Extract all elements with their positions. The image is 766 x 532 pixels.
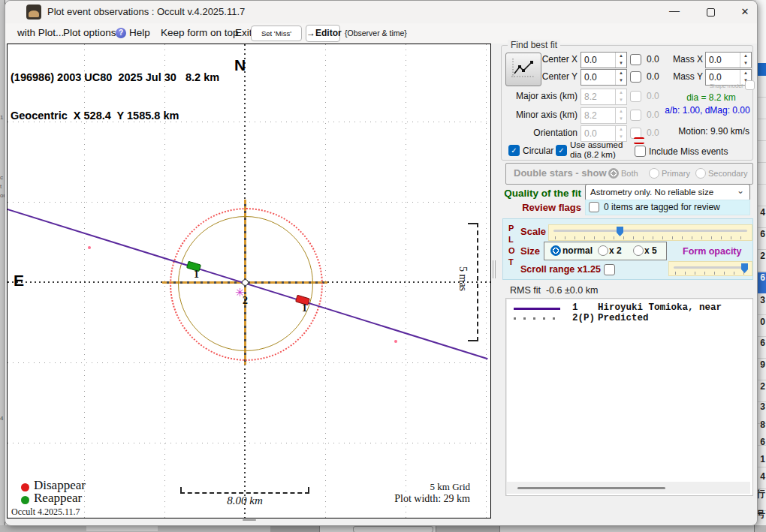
miss-line-icon xyxy=(634,137,644,144)
event-dot xyxy=(394,340,397,343)
spin-arrows-icon[interactable]: ▲▼ xyxy=(740,53,751,68)
plot-word-p: P xyxy=(508,224,514,233)
disappear-legend-dot xyxy=(21,483,29,491)
scale-slider[interactable] xyxy=(548,224,752,241)
observer-listbox[interactable]: 1 Hiroyuki Tomioka, near 2(P) Predicted xyxy=(505,298,753,496)
scale-slider-ticks xyxy=(555,236,746,239)
major-axis-spinner[interactable]: 8.2 ▲▼ xyxy=(581,89,627,105)
size-x5-radio[interactable] xyxy=(633,245,644,256)
center-marker xyxy=(242,279,249,286)
scale-label: Scale xyxy=(520,226,546,237)
double-stars-title: Double stars - show xyxy=(514,167,607,179)
scrollbar-thumb[interactable] xyxy=(517,487,665,489)
circular-checkbox[interactable]: ✓ xyxy=(508,145,520,156)
double-stars-secondary-label: Secondary xyxy=(708,169,748,178)
double-stars-primary-radio[interactable] xyxy=(649,168,659,179)
orientation-spinner[interactable]: 0.0 ▲▼ xyxy=(581,125,627,142)
observer-name: Predicted xyxy=(598,313,649,323)
scale-slider-groove xyxy=(553,230,747,232)
horizontal-scrollbar[interactable] xyxy=(507,482,750,494)
double-stars-both-radio[interactable] xyxy=(608,168,619,179)
minor-axis-value: 8.2 xyxy=(584,110,597,121)
center-x-value: 0.0 xyxy=(584,55,597,65)
mass-x-label: Mass X xyxy=(643,54,703,65)
shape-model-checkbox[interactable] xyxy=(745,80,755,90)
observer-number: 1 xyxy=(572,302,578,313)
spin-arrows-icon: ▲▼ xyxy=(615,108,626,123)
check-icon: ✓ xyxy=(558,146,564,155)
mas-bracket xyxy=(477,223,478,341)
mas-scale-label: 5 mas xyxy=(457,266,469,291)
resize-grip[interactable] xyxy=(243,519,256,521)
size-label: Size xyxy=(520,245,540,257)
splitter-grip[interactable] xyxy=(493,260,496,278)
use-assumed-label-line1: Use assumed xyxy=(570,140,623,150)
taskbar-strip xyxy=(0,525,766,532)
minor-axis-spinner[interactable]: 8.2 ▲▼ xyxy=(581,107,627,124)
mass-x-spinner[interactable]: 0.0 ▲▼ xyxy=(705,52,752,68)
check-icon: ✓ xyxy=(511,146,517,155)
observer-name: Hiroyuki Tomioka, near xyxy=(598,302,722,313)
review-flags-checkbox[interactable] xyxy=(589,202,599,212)
menu-exit[interactable]: Exit xyxy=(235,27,252,38)
plot-controls-panel: P L O T Scale Size normal x 2 x 5 Form o… xyxy=(502,218,753,280)
circular-label: Circular xyxy=(523,146,553,156)
scale-bar xyxy=(180,492,309,494)
maximize-icon xyxy=(707,8,715,17)
predicted-marker-label: 2 xyxy=(243,295,248,307)
window-title: Plot event observations : Occult v.4.202… xyxy=(47,6,245,17)
use-assumed-label-line2: dia (8.2 km) xyxy=(570,150,623,160)
plot-word-t: T xyxy=(508,257,514,266)
menubar: with Plot... Plot options... ? Help Keep… xyxy=(5,23,757,44)
maximize-button[interactable] xyxy=(698,5,723,19)
menu-keep-on-top[interactable]: Keep form on top xyxy=(161,27,239,38)
occult-plot-window: Plot event observations : Occult v.4.202… xyxy=(5,0,758,526)
spin-arrows-icon: ▲▼ xyxy=(615,89,626,104)
taskbar-segment xyxy=(270,525,319,532)
center-y-spinner[interactable]: 0.0 ▲▼ xyxy=(581,69,627,86)
menu-observer-time[interactable]: {Observer & time} xyxy=(345,29,407,38)
orientation-value: 0.0 xyxy=(584,128,597,139)
set-miss-times-button[interactable]: Set 'Miss' Times xyxy=(251,26,302,41)
plot-canvas[interactable]: 1 1 ✳ 2 (196986) 2003 UC80 2025 Jul 30 8… xyxy=(7,44,491,518)
center-x-spinner[interactable]: 0.0 ▲▼ xyxy=(581,52,627,68)
dia-text: dia = 8.2 km xyxy=(670,92,752,103)
menu-with-plot[interactable]: with Plot... xyxy=(17,27,64,38)
reappear-marker-label: 1 xyxy=(194,269,199,281)
spin-arrows-icon[interactable]: ▲▼ xyxy=(615,70,626,85)
center-x-fit-checkbox[interactable] xyxy=(630,54,641,65)
mass-x-value: 0.0 xyxy=(709,55,722,65)
major-axis-fit-checkbox[interactable] xyxy=(630,91,641,102)
plot-word-o: O xyxy=(508,246,515,255)
titlebar[interactable]: Plot event observations : Occult v.4.202… xyxy=(5,1,757,23)
form-opacity-slider[interactable] xyxy=(668,261,752,276)
plot-header-line2: Geocentric X 528.4 Y 1585.8 km xyxy=(11,110,219,122)
major-axis-label: Major axis (km) xyxy=(502,91,578,101)
help-icon: ? xyxy=(116,28,126,38)
form-opacity-groove xyxy=(674,266,747,269)
review-flags-label: Review flags xyxy=(501,202,581,213)
plot-header-line1: (196986) 2003 UC80 2025 Jul 30 8.2 km xyxy=(11,71,219,84)
minimize-button[interactable]: — xyxy=(662,5,687,19)
include-miss-checkbox[interactable] xyxy=(635,146,646,157)
spin-arrows-icon: ▲▼ xyxy=(615,126,626,141)
center-y-fit-checkbox[interactable] xyxy=(630,71,641,83)
size-x2-radio[interactable] xyxy=(598,245,608,256)
double-stars-secondary-radio[interactable] xyxy=(695,168,706,179)
editor-button[interactable]: →Editor xyxy=(306,25,340,42)
form-opacity-label: Form opacity xyxy=(683,246,742,257)
use-assumed-checkbox[interactable]: ✓ xyxy=(556,145,567,156)
orientation-fit-value: 0.0 xyxy=(647,128,659,138)
minor-axis-fit-checkbox[interactable] xyxy=(630,110,641,121)
scroll-range-checkbox[interactable] xyxy=(604,264,615,275)
taskbar-segment xyxy=(499,525,755,532)
spin-arrows-icon[interactable]: ▲▼ xyxy=(615,53,626,68)
quality-value: Astrometry only. No reliable size xyxy=(590,188,713,197)
find-best-fit-title: Find best fit xyxy=(508,40,560,50)
menu-help[interactable]: Help xyxy=(129,27,150,38)
size-normal-radio[interactable] xyxy=(550,245,561,256)
center-y-label: Center Y xyxy=(502,71,578,82)
scale-slider-thumb[interactable] xyxy=(617,227,623,236)
quality-combobox[interactable]: Astrometry only. No reliable size ⌄ xyxy=(585,184,750,201)
close-button[interactable]: ✕ xyxy=(732,5,758,19)
